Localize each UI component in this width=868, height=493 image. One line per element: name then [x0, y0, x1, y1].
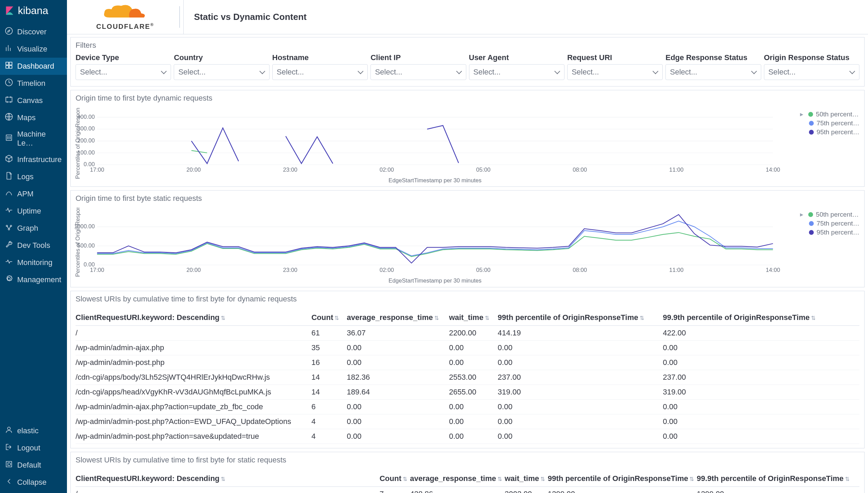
legend-dot: [809, 121, 814, 126]
table-header[interactable]: ClientRequestURI.keyword: Descending⇅: [76, 310, 311, 326]
sidebar-item-uptime[interactable]: Uptime: [0, 203, 67, 220]
sidebar-item-discover[interactable]: Discover: [0, 23, 67, 41]
sidebar-item-dev-tools[interactable]: Dev Tools: [0, 237, 67, 254]
table-cell: 182.36: [347, 370, 449, 385]
svg-text:05:00: 05:00: [476, 267, 491, 273]
sidebar-item-visualize[interactable]: Visualize: [0, 41, 67, 58]
chart-static: 0.00500.001000.0017:0020:0023:0002:0005:…: [74, 208, 861, 284]
svg-text:17:00: 17:00: [90, 267, 104, 273]
filter-select-request-uri[interactable]: Select...: [567, 64, 663, 80]
filter-label: Device Type: [76, 53, 171, 62]
sidebar-item-canvas[interactable]: Canvas: [0, 92, 67, 109]
square-d-icon: [5, 460, 13, 470]
select-placeholder: Select...: [277, 68, 304, 77]
table-cell: 16: [311, 355, 347, 370]
table-cell: 2655.00: [449, 385, 498, 399]
sidebar-item-management[interactable]: Management: [0, 271, 67, 288]
filter-select-country[interactable]: Select...: [174, 64, 269, 80]
table-header[interactable]: Count⇅: [311, 310, 347, 326]
table-header[interactable]: 99th percentile of OriginResponseTime⇅: [548, 471, 697, 487]
select-placeholder: Select...: [80, 68, 107, 77]
table-cell: 1299.00: [697, 486, 859, 493]
table-cell: /wp-admin/admin-ajax.php?action=update_z…: [76, 399, 311, 414]
table-row: /6136.072200.00414.19422.00: [76, 325, 859, 340]
header: CLOUDFLARE® Static vs Dynamic Content: [67, 0, 868, 34]
table-header[interactable]: wait_time⇅: [505, 471, 548, 487]
compass-icon: [5, 27, 13, 37]
sidebar: kibana DiscoverVisualizeDashboardTimelio…: [0, 0, 67, 493]
sidebar-item-monitoring[interactable]: Monitoring: [0, 254, 67, 271]
chevron-right-icon[interactable]: ▸: [800, 210, 803, 218]
filter-select-user-agent[interactable]: Select...: [469, 64, 564, 80]
chevron-right-icon[interactable]: ▸: [800, 110, 803, 118]
svg-text:20:00: 20:00: [186, 267, 201, 273]
sidebar-item-label: Dev Tools: [17, 241, 50, 250]
filter-select-device-type[interactable]: Select...: [76, 64, 171, 80]
table-static: ClientRequestURI.keyword: Descending⇅Cou…: [76, 471, 859, 493]
sort-icon: ⇅: [334, 315, 339, 321]
chart-legend-static: ▸50th percent…75th percent…95th percent…: [800, 210, 859, 238]
table-cell: 36.07: [347, 325, 449, 340]
table-header[interactable]: average_response_time⇅: [410, 471, 505, 487]
table-header[interactable]: 99.9th percentile of OriginResponseTime⇅: [663, 310, 859, 326]
filter-select-hostname[interactable]: Select...: [272, 64, 368, 80]
sort-icon: ⇅: [811, 315, 815, 321]
sidebar-item-dashboard[interactable]: Dashboard: [0, 58, 67, 75]
svg-text:14:00: 14:00: [766, 167, 780, 173]
table-cell: 0.00: [663, 355, 859, 370]
cloudflare-text: CLOUDFLARE: [96, 22, 150, 30]
table-header[interactable]: average_response_time⇅: [347, 310, 449, 326]
table-panel-static: Slowest URIs by cumulative time to first…: [70, 452, 865, 493]
svg-text:11:00: 11:00: [669, 267, 684, 273]
sidebar-item-label: Visualize: [17, 45, 47, 54]
sort-icon: ⇅: [221, 476, 225, 482]
sidebar-item-maps[interactable]: Maps: [0, 109, 67, 126]
legend-label: 50th percent…: [816, 111, 859, 118]
kibana-logo-icon: [5, 6, 14, 15]
footer-item-logout[interactable]: Logout: [0, 439, 67, 457]
cube-icon: [5, 154, 13, 165]
table-header[interactable]: ClientRequestURI.keyword: Descending⇅: [76, 471, 379, 487]
filters-title: Filters: [71, 37, 864, 53]
filters-panel: Filters Device TypeSelect...CountrySelec…: [70, 37, 865, 87]
sort-icon: ⇅: [540, 476, 545, 482]
table-cell: 414.19: [498, 325, 663, 340]
sidebar-item-label: Graph: [17, 224, 38, 233]
chart-legend-dynamic: ▸50th percent…75th percent…95th percent…: [800, 110, 859, 137]
sort-icon: ⇅: [640, 315, 644, 321]
footer-item-label: Logout: [17, 444, 40, 452]
arrow-left-icon: [5, 477, 13, 488]
table-cell: 189.64: [347, 385, 449, 399]
table-header[interactable]: 99th percentile of OriginResponseTime⇅: [498, 310, 663, 326]
sidebar-header: kibana: [0, 0, 67, 23]
chart-panel-static: Origin time to first byte static request…: [70, 190, 865, 287]
table-header[interactable]: 99.9th percentile of OriginResponseTime⇅: [697, 471, 859, 487]
sidebar-item-timelion[interactable]: Timelion: [0, 75, 67, 92]
legend-label: 75th percent…: [816, 220, 859, 227]
filter-label: Hostname: [272, 53, 368, 62]
table-header[interactable]: wait_time⇅: [449, 310, 498, 326]
table-cell: 0.00: [449, 355, 498, 370]
sidebar-item-graph[interactable]: Graph: [0, 220, 67, 237]
clock-icon: [5, 78, 13, 89]
table-cell: 7: [379, 486, 410, 493]
select-placeholder: Select...: [670, 68, 697, 77]
sidebar-item-logs[interactable]: Logs: [0, 168, 67, 185]
table-header[interactable]: Count⇅: [379, 471, 410, 487]
table-cell: 2200.00: [449, 325, 498, 340]
sort-icon: ⇅: [845, 476, 849, 482]
sidebar-item-infrastructure[interactable]: Infrastructure: [0, 151, 67, 168]
pulse-icon: [5, 257, 13, 268]
sidebar-item-apm[interactable]: APM: [0, 185, 67, 203]
filter-select-client-ip[interactable]: Select...: [370, 64, 466, 80]
svg-text:05:00: 05:00: [476, 167, 491, 173]
table-cell: 1299.00: [548, 486, 697, 493]
footer-item-default[interactable]: Default: [0, 457, 67, 474]
svg-text:EdgeStartTimestamp per 30 minu: EdgeStartTimestamp per 30 minutes: [389, 177, 482, 184]
sidebar-item-machine-le-[interactable]: Machine Le…: [0, 126, 67, 151]
footer-item-collapse[interactable]: Collapse: [0, 474, 67, 491]
footer-item-elastic[interactable]: elastic: [0, 422, 67, 439]
sort-icon: ⇅: [434, 315, 439, 321]
filter-select-origin-response-status[interactable]: Select...: [764, 64, 859, 80]
filter-select-edge-response-status[interactable]: Select...: [665, 64, 761, 80]
